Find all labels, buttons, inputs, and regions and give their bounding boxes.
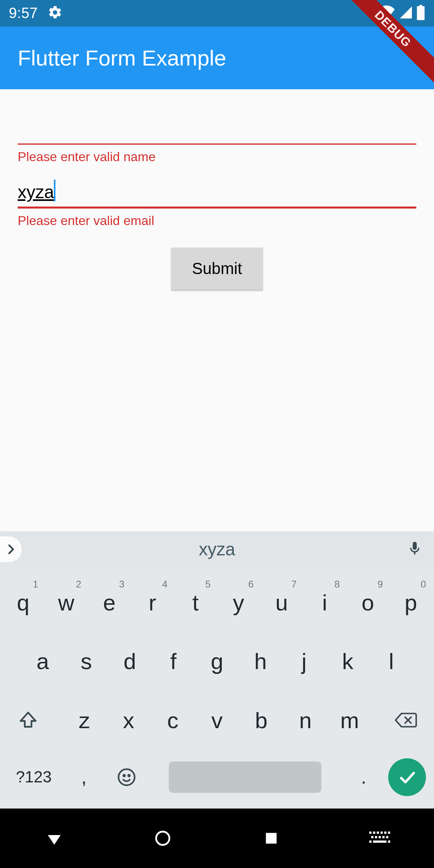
cellular-icon xyxy=(399,5,413,21)
key-r[interactable]: r4 xyxy=(131,578,174,627)
svg-point-2 xyxy=(119,769,135,785)
svg-rect-14 xyxy=(375,836,377,838)
nav-home-button[interactable] xyxy=(148,824,177,853)
key-t[interactable]: t5 xyxy=(174,578,217,627)
svg-rect-8 xyxy=(373,831,375,834)
key-w[interactable]: w2 xyxy=(45,578,88,627)
name-error: Please enter valid name xyxy=(18,149,416,164)
name-field[interactable] xyxy=(18,100,416,145)
key-o[interactable]: o9 xyxy=(346,578,389,627)
name-input[interactable] xyxy=(18,114,416,145)
svg-rect-10 xyxy=(381,831,383,834)
svg-point-4 xyxy=(128,775,130,776)
key-m[interactable]: m xyxy=(328,696,371,745)
settings-icon xyxy=(47,5,63,22)
key-h[interactable]: h xyxy=(239,637,282,686)
keyboard-row-4: ?123 , . xyxy=(2,755,432,800)
status-bar: 9:57 xyxy=(0,0,434,27)
key-q[interactable]: q1 xyxy=(2,578,45,627)
wifi-icon xyxy=(378,5,395,22)
email-field-wrap: xyza Please enter valid email xyxy=(18,164,416,228)
name-underline xyxy=(18,143,416,145)
android-nav-bar xyxy=(0,809,434,868)
app-title: Flutter Form Example xyxy=(18,45,226,70)
nav-back-button[interactable] xyxy=(40,824,69,853)
space-key[interactable] xyxy=(169,762,321,793)
key-k[interactable]: k xyxy=(326,637,369,686)
key-p[interactable]: p0 xyxy=(389,578,432,627)
svg-rect-7 xyxy=(369,831,372,834)
svg-rect-6 xyxy=(266,833,277,844)
svg-point-3 xyxy=(123,775,125,776)
nav-recent-button[interactable] xyxy=(257,824,286,853)
enter-key[interactable] xyxy=(388,758,426,796)
svg-rect-13 xyxy=(371,836,374,838)
emoji-key[interactable] xyxy=(108,755,145,800)
email-input-value[interactable]: xyza xyxy=(18,182,54,209)
key-i[interactable]: i8 xyxy=(303,578,346,627)
submit-button[interactable]: Submit xyxy=(171,248,263,290)
keyboard-row-1: q1w2e3r4t5y6u7i8o9p0 xyxy=(2,578,432,627)
key-g[interactable]: g xyxy=(195,637,239,686)
svg-rect-16 xyxy=(383,836,385,838)
svg-point-5 xyxy=(156,832,170,845)
email-error: Please enter valid email xyxy=(18,213,416,228)
period-key[interactable]: . xyxy=(346,755,382,800)
key-b[interactable]: b xyxy=(240,696,283,745)
shift-key[interactable] xyxy=(2,696,54,745)
symbols-key[interactable]: ?123 xyxy=(8,755,59,800)
svg-rect-17 xyxy=(386,836,389,838)
key-d[interactable]: d xyxy=(108,637,151,686)
svg-rect-18 xyxy=(369,841,372,843)
keyboard-suggestion-bar: xyza xyxy=(0,531,434,567)
backspace-key[interactable] xyxy=(380,696,432,745)
key-u[interactable]: u7 xyxy=(260,578,303,627)
key-n[interactable]: n xyxy=(284,696,327,745)
keyboard-row-3: zxcvbnm xyxy=(2,696,432,745)
svg-rect-20 xyxy=(388,841,390,843)
email-field[interactable]: xyza xyxy=(18,164,416,209)
svg-rect-11 xyxy=(384,831,387,834)
mic-icon[interactable] xyxy=(407,539,423,560)
key-v[interactable]: v xyxy=(195,696,239,745)
text-caret xyxy=(54,180,55,201)
keyboard-expand-button[interactable] xyxy=(0,536,22,562)
key-e[interactable]: e3 xyxy=(88,578,131,627)
battery-icon xyxy=(416,5,425,22)
svg-rect-12 xyxy=(388,831,390,834)
keyboard-row-2: asdfghjkl xyxy=(2,637,432,686)
key-y[interactable]: y6 xyxy=(217,578,260,627)
key-f[interactable]: f xyxy=(151,637,195,686)
key-z[interactable]: z xyxy=(63,696,106,745)
key-j[interactable]: j xyxy=(283,637,326,686)
key-s[interactable]: s xyxy=(64,637,108,686)
key-a[interactable]: a xyxy=(21,637,64,686)
email-underline xyxy=(18,207,416,209)
key-x[interactable]: x xyxy=(107,696,150,745)
key-l[interactable]: l xyxy=(370,637,413,686)
key-c[interactable]: c xyxy=(151,696,194,745)
svg-rect-9 xyxy=(377,831,379,834)
soft-keyboard: xyza q1w2e3r4t5y6u7i8o9p0 asdfghjkl zxcv… xyxy=(0,531,434,809)
app-bar: Flutter Form Example xyxy=(0,27,434,89)
svg-rect-19 xyxy=(373,841,386,843)
comma-key[interactable]: , xyxy=(66,755,102,800)
name-field-wrap: Please enter valid name xyxy=(18,100,416,164)
nav-keyboard-switch-button[interactable] xyxy=(365,824,394,853)
form-content: Please enter valid name xyza Please ente… xyxy=(0,89,434,531)
keyboard-suggestion-word[interactable]: xyza xyxy=(199,539,235,559)
svg-rect-15 xyxy=(379,836,381,838)
status-time: 9:57 xyxy=(9,5,38,22)
